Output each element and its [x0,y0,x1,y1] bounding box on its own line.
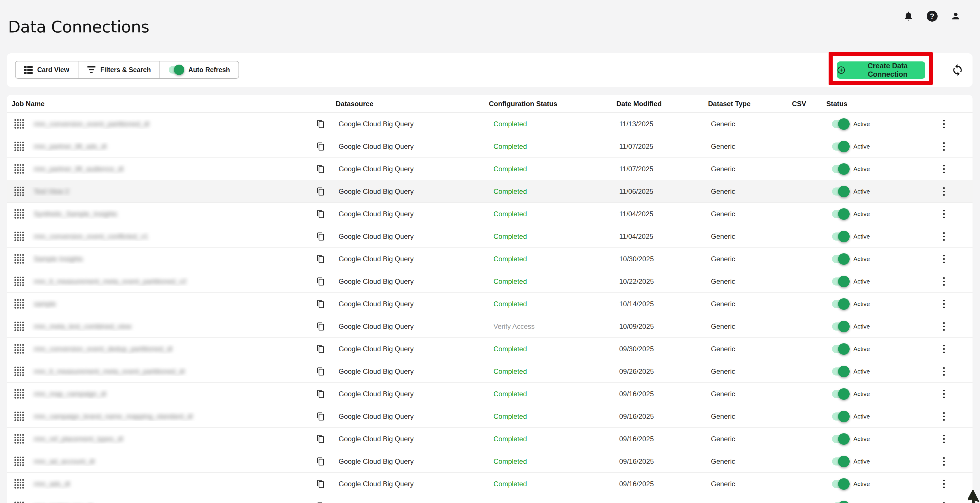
refresh-list-button[interactable] [951,63,964,77]
row-menu-kebab-button[interactable] [941,411,947,423]
date-modified-cell: 11/04/2025 [611,232,702,240]
card-view-button[interactable]: Card View [16,61,78,78]
table-row: rmn_conversion_event_conflicted_v1 Googl… [7,225,972,248]
copy-job-name-button[interactable] [315,298,326,310]
date-modified-cell: 11/04/2025 [611,210,702,218]
row-menu-kebab-button[interactable] [941,298,947,310]
copy-job-name-button[interactable] [315,320,326,333]
status-cell: Active [821,435,926,443]
row-menu-kebab-button[interactable] [941,185,947,197]
copy-job-name-button[interactable] [315,478,326,490]
copy-icon [316,164,325,174]
auto-refresh-toggle[interactable] [169,66,184,73]
account-person-icon[interactable] [951,11,961,21]
toggle-knob [838,343,850,355]
drag-handle-icon[interactable] [14,344,24,353]
drag-handle-icon[interactable] [14,209,24,219]
row-menu-kebab-button[interactable] [941,478,947,490]
dataset-type-cell: Generic [702,300,786,308]
status-toggle[interactable] [832,142,849,151]
drag-handle-icon[interactable] [14,457,24,466]
row-menu-kebab-button[interactable] [941,320,947,333]
copy-icon [316,254,325,264]
copy-cell [312,298,330,310]
date-modified-cell: 11/07/2025 [611,165,702,173]
status-toggle[interactable] [832,412,849,420]
column-header-job-name: Job Name [7,100,312,108]
copy-job-name-button[interactable] [315,231,326,243]
drag-handle-icon[interactable] [14,254,24,264]
drag-handle-icon[interactable] [14,164,24,174]
status-toggle[interactable] [832,390,849,398]
copy-job-name-button[interactable] [315,388,326,400]
status-toggle[interactable] [832,255,849,263]
drag-handle-icon[interactable] [14,322,24,331]
row-menu-kebab-button[interactable] [941,365,947,377]
status-toggle[interactable] [832,345,849,353]
copy-job-name-button[interactable] [315,140,326,153]
copy-job-name-button[interactable] [315,275,326,288]
row-menu-kebab-button[interactable] [941,388,947,400]
drag-handle-icon[interactable] [14,299,24,309]
row-menu-kebab-button[interactable] [941,140,947,153]
drag-handle-icon[interactable] [14,186,24,196]
row-menu-kebab-button[interactable] [941,163,947,175]
row-menu-kebab-button[interactable] [941,455,947,468]
copy-job-name-button[interactable] [315,208,326,220]
row-menu-kebab-button[interactable] [941,118,947,130]
actions-cell [926,208,972,220]
row-menu-kebab-button[interactable] [941,433,947,445]
table-row: Sample Insights Google Cloud Big Query C… [7,248,972,270]
status-toggle[interactable] [832,322,849,331]
drag-handle-icon[interactable] [14,501,24,503]
drag-handle-icon[interactable] [14,434,24,444]
row-menu-kebab-button[interactable] [941,253,947,265]
row-menu-kebab-button[interactable] [941,343,947,355]
copy-icon [316,389,325,399]
status-cell: Active [821,345,926,353]
help-icon[interactable]: ? [926,10,938,22]
status-toggle[interactable] [832,480,849,488]
notifications-bell-icon[interactable] [903,11,914,21]
row-menu-kebab-button[interactable] [941,208,947,220]
drag-handle-icon[interactable] [14,142,24,151]
config-status-cell: Verify Access [483,322,611,331]
copy-job-name-button[interactable] [315,365,326,377]
drag-handle-icon[interactable] [14,366,24,376]
drag-handle-icon[interactable] [14,119,24,129]
drag-handle-icon[interactable] [14,412,24,421]
drag-handle-icon[interactable] [14,479,24,489]
copy-job-name-button[interactable] [315,433,326,445]
copy-job-name-button[interactable] [315,500,326,503]
job-name-redacted: rmn_partner_lift_ads_dl [34,142,107,151]
copy-job-name-button[interactable] [315,343,326,355]
status-toggle[interactable] [832,232,849,240]
copy-job-name-button[interactable] [315,118,326,130]
row-menu-kebab-button[interactable] [941,275,947,288]
copy-job-name-button[interactable] [315,455,326,468]
status-toggle[interactable] [832,435,849,443]
status-toggle[interactable] [832,300,849,308]
row-menu-kebab-button[interactable] [941,231,947,243]
status-toggle[interactable] [832,120,849,128]
copy-job-name-button[interactable] [315,185,326,197]
status-cell: Active [821,480,926,488]
row-menu-kebab-button[interactable] [941,500,947,503]
status-toggle[interactable] [832,368,849,376]
filters-search-button[interactable]: Filters & Search [78,61,159,78]
drag-handle-icon[interactable] [14,277,24,286]
status-toggle[interactable] [832,210,849,218]
toggle-knob [838,411,850,422]
table-row: rmn_partial_row_dl Google Cloud Big Quer… [7,495,972,503]
copy-job-name-button[interactable] [315,163,326,175]
status-toggle[interactable] [832,188,849,196]
status-toggle[interactable] [832,457,849,465]
drag-handle-icon[interactable] [14,389,24,399]
copy-job-name-button[interactable] [315,411,326,423]
status-label: Active [853,458,870,465]
status-toggle[interactable] [832,165,849,173]
drag-handle-icon[interactable] [14,232,24,241]
copy-job-name-button[interactable] [315,253,326,265]
create-data-connection-button[interactable]: Create Data Connection [837,61,925,79]
status-toggle[interactable] [832,277,849,285]
